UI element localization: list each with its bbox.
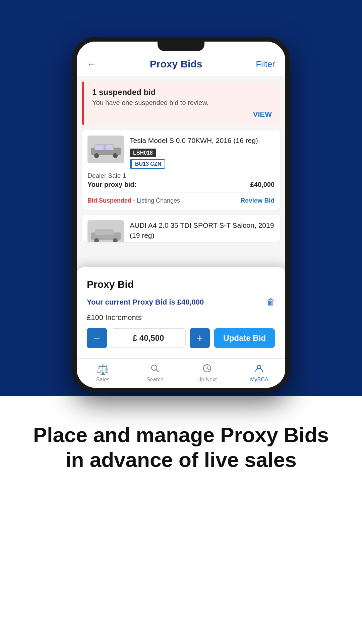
svg-line-11 [156,370,159,372]
car-info-2: AUDI A4 2.0 35 TDI SPORT S-T Saloon, 201… [130,220,275,240]
car-thumbnail-1 [87,136,124,163]
badge-lsh: LSH018 [130,149,156,157]
proxy-bid-label: Your proxy bid: [87,181,136,189]
minus-button[interactable] [87,328,107,348]
clock-icon [202,364,212,375]
bottom-section: Place and manage Proxy Bids in advance o… [0,396,362,499]
delete-icon[interactable]: 🗑 [266,297,275,307]
plus-button[interactable] [190,328,210,348]
bid-amount-display[interactable]: £ 40,500 [111,328,186,348]
review-bid-link[interactable]: Review Bid [241,197,275,204]
current-bid-text: Your current Proxy Bid is £40,000 [87,298,204,307]
back-button[interactable]: ← [87,59,96,69]
phone-mockup: ← Proxy Bids Filter 1 suspended bid You … [72,37,290,392]
proxy-bid-modal: Proxy Bid Your current Proxy Bid is £40,… [77,267,285,358]
nav-item-upnext[interactable]: Up Next [181,359,233,388]
gavel-icon: ⚖️ [97,364,109,375]
banner-title: 1 suspended bid [92,88,272,97]
filter-button[interactable]: Filter [256,59,275,69]
phone-screen: ← Proxy Bids Filter 1 suspended bid You … [77,42,285,388]
car-info-1: Tesla Model S 0.0 70KWH, 2016 (16 reg) L… [130,136,275,169]
view-link[interactable]: VIEW [92,110,272,119]
nav-item-sales[interactable]: ⚖️ Sales [77,359,129,388]
screen-title: Proxy Bids [96,58,256,70]
car-title-1: Tesla Model S 0.0 70KWH, 2016 (16 reg) [130,136,275,145]
nav-item-search[interactable]: Search [129,359,181,388]
car-title-2: AUDI A4 2.0 35 TDI SPORT S-T Saloon, 201… [130,220,275,240]
search-icon [150,364,160,375]
car-card-1: Tesla Model S 0.0 70KWH, 2016 (16 reg) L… [82,130,280,210]
nav-label-search: Search [146,377,164,383]
banner-subtitle: You have one suspended bid to review. [92,99,272,107]
nav-label-upnext: Up Next [197,377,217,383]
modal-title: Proxy Bid [87,279,275,290]
person-icon [254,364,264,375]
svg-line-14 [207,369,209,370]
marketing-text: Place and manage Proxy Bids in advance o… [30,423,332,473]
proxy-bid-amount: £40,000 [250,181,275,189]
currency-symbol: £ [133,333,137,342]
nav-item-mybca[interactable]: MyBCA [233,359,286,388]
screen-content: ← Proxy Bids Filter 1 suspended bid You … [77,42,285,388]
suspended-banner: 1 suspended bid You have one suspended b… [82,82,280,125]
svg-rect-5 [106,145,113,150]
car-thumbnail-2 [87,220,124,242]
svg-rect-4 [95,145,104,150]
bid-controls: £ 40,500 Update Bid [87,328,275,348]
badge-reg: BU13 CZN [130,159,165,169]
nav-label-sales: Sales [96,377,110,383]
bid-value: 40,500 [139,333,164,342]
bottom-nav: ⚖️ Sales Search [77,358,285,388]
svg-rect-7 [95,229,114,235]
top-section: ← Proxy Bids Filter 1 suspended bid You … [0,0,362,396]
nav-label-mybca: MyBCA [250,377,268,383]
phone-notch [158,42,204,51]
dealer-name: Dealer Sale 1 [87,172,275,179]
car-card-2: AUDI A4 2.0 35 TDI SPORT S-T Saloon, 201… [82,215,280,242]
update-bid-button[interactable]: Update Bid [214,328,275,348]
bid-status-text: Bid Suspended - Listing Changes [87,197,180,204]
increments-text: £100 Increments [87,313,275,322]
